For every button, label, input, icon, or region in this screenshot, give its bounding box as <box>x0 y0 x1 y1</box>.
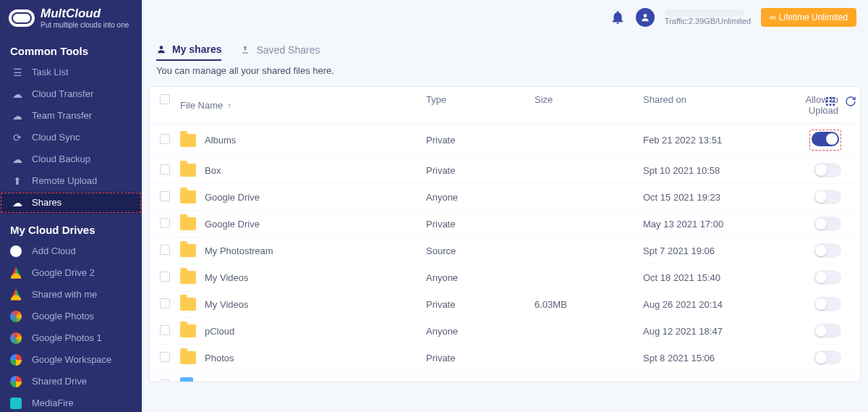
sidebar-item-add-cloud[interactable]: Add Cloud <box>0 240 142 262</box>
row-checkbox[interactable] <box>160 325 170 335</box>
sidebar-item-cloud-transfer[interactable]: ☁Cloud Transfer <box>0 83 142 105</box>
table-row[interactable]: pCloudAnyoneAug 12 2021 18:47 <box>150 318 860 345</box>
main: Traffic:2.39GB/Unlimited ∞Lifetime Unlim… <box>142 0 868 412</box>
refresh-icon[interactable] <box>845 96 856 107</box>
sidebar-item-cloud-backup[interactable]: ☁Cloud Backup <box>0 148 142 170</box>
row-checkbox[interactable] <box>160 379 170 382</box>
upload-toggle[interactable] <box>814 216 841 231</box>
table-row[interactable]: Google DrivePrivateMay 13 2021 17:00 <box>150 211 860 237</box>
cell-size: 44.72KB <box>535 380 643 382</box>
photos-icon <box>10 332 22 344</box>
table-header: File Name↑ Type Size Shared on Allow to … <box>150 87 860 124</box>
row-checkbox[interactable] <box>160 352 170 362</box>
brand[interactable]: MultCloud Put multiple clouds into one <box>0 0 142 35</box>
sidebar-item-drive[interactable]: Google Drive 2 <box>0 262 142 284</box>
workspace-icon <box>10 354 22 366</box>
export-icon <box>240 45 250 55</box>
file-name: My Videos <box>205 299 248 310</box>
tab-label: Saved Shares <box>256 44 320 56</box>
cell-type: Anyone <box>426 326 535 337</box>
row-checkbox[interactable] <box>160 164 170 175</box>
sidebar-item-shares[interactable]: ☁Shares <box>0 192 142 214</box>
cell-type: Private <box>426 135 535 146</box>
cell-shared: Oct 15 2021 19:23 <box>643 192 788 203</box>
cloud-icon: ☁ <box>10 110 25 122</box>
table-row[interactable]: add-backblaze-and-google-driveSource44.7… <box>150 371 860 382</box>
folder-icon <box>180 244 196 257</box>
upload-toggle[interactable] <box>812 132 839 146</box>
row-checkbox[interactable] <box>160 218 170 228</box>
sidebar-item-drive[interactable]: MediaFire <box>0 392 142 412</box>
svg-rect-2 <box>826 97 828 99</box>
svg-rect-8 <box>826 104 828 106</box>
upload-toggle[interactable] <box>814 270 841 285</box>
lifetime-button[interactable]: ∞Lifetime Unlimited <box>761 8 856 27</box>
col-header-type[interactable]: Type <box>426 94 535 116</box>
svg-rect-7 <box>833 101 835 103</box>
cell-type: Source <box>426 380 535 382</box>
upload-toggle[interactable] <box>814 297 841 311</box>
sidebar-item-drive[interactable]: Google Photos 1 <box>0 327 142 349</box>
cell-size: 6.03MB <box>535 299 643 310</box>
row-checkbox[interactable] <box>160 298 170 308</box>
table: File Name↑ Type Size Shared on Allow to … <box>149 86 861 382</box>
sidebar-item-team-transfer[interactable]: ☁Team Transfer <box>0 105 142 127</box>
table-row[interactable]: My VideosAnyoneOct 18 2021 15:40 <box>150 264 860 291</box>
table-row[interactable]: Google DriveAnyoneOct 15 2021 19:23 <box>150 184 860 211</box>
svg-point-0 <box>644 14 647 17</box>
upload-toggle[interactable] <box>814 350 841 365</box>
sidebar-item-cloud-sync[interactable]: ⟳Cloud Sync <box>0 127 142 148</box>
table-row[interactable]: PhotosPrivateSpt 8 2021 15:06 <box>150 345 860 371</box>
upload-toggle[interactable] <box>814 163 841 177</box>
sidebar-item-remote-upload[interactable]: ⬆Remote Upload <box>0 170 142 192</box>
table-row[interactable]: AlbumsPrivateFeb 21 2022 13:51 <box>150 124 860 157</box>
sidebar-item-drive[interactable]: Google Workspace <box>0 349 142 371</box>
upload-toggle[interactable] <box>814 190 841 204</box>
sidebar-heading-common: Common Tools <box>0 35 142 62</box>
cloud-icon: ☁ <box>10 154 25 165</box>
file-name: My Videos <box>205 272 248 283</box>
workspace-icon <box>10 376 22 387</box>
col-header-name[interactable]: File Name↑ <box>180 94 426 116</box>
row-checkbox[interactable] <box>160 134 170 144</box>
sync-icon: ⟳ <box>10 132 25 143</box>
sidebar-item-label: Shares <box>32 197 61 208</box>
table-row[interactable]: My VideosPrivate6.03MBAug 26 2021 20:14 <box>150 291 860 318</box>
file-name: Photos <box>205 353 234 363</box>
row-checkbox[interactable] <box>160 245 170 255</box>
row-checkbox[interactable] <box>160 191 170 201</box>
bell-icon[interactable] <box>610 9 626 25</box>
share-icon: ☁ <box>10 197 25 209</box>
upload-toggle[interactable] <box>814 243 841 258</box>
svg-rect-6 <box>830 101 832 103</box>
table-row[interactable]: BoxPrivateSpt 10 2021 10:58 <box>150 157 860 184</box>
cell-type: Anyone <box>426 272 535 283</box>
cell-shared: May 13 2021 17:00 <box>643 219 788 230</box>
topbar: Traffic:2.39GB/Unlimited ∞Lifetime Unlim… <box>142 0 868 35</box>
svg-rect-4 <box>833 97 835 99</box>
select-all-checkbox[interactable] <box>160 94 170 104</box>
tab-saved-shares[interactable]: Saved Shares <box>240 40 320 60</box>
upload-icon: ⬆ <box>10 175 25 187</box>
brand-logo-icon <box>9 9 35 27</box>
avatar[interactable] <box>636 8 655 27</box>
page-subtext: You can manage all your shared files her… <box>142 61 868 86</box>
table-row[interactable]: My PhotostreamSourceSpt 7 2021 19:06 <box>150 237 860 264</box>
folder-icon <box>180 298 196 311</box>
sidebar-item-tasklist[interactable]: ☰Task List <box>0 62 142 83</box>
row-checkbox[interactable] <box>160 272 170 282</box>
photos-icon <box>10 311 22 322</box>
person-icon <box>156 44 166 54</box>
cell-upload <box>788 350 850 365</box>
tab-my-shares[interactable]: My shares <box>156 39 221 61</box>
sidebar-item-drive[interactable]: Shared with me <box>0 284 142 306</box>
col-header-shared[interactable]: Shared on <box>643 94 788 116</box>
folder-icon <box>180 217 196 230</box>
upload-toggle[interactable] <box>814 324 841 338</box>
cloud-icon: ☁ <box>10 88 25 100</box>
sidebar-item-drive[interactable]: Shared Drive <box>0 371 142 392</box>
col-header-size[interactable]: Size <box>535 94 643 116</box>
cell-type: Private <box>426 165 535 176</box>
grid-icon[interactable] <box>825 96 836 107</box>
sidebar-item-drive[interactable]: Google Photos <box>0 306 142 327</box>
